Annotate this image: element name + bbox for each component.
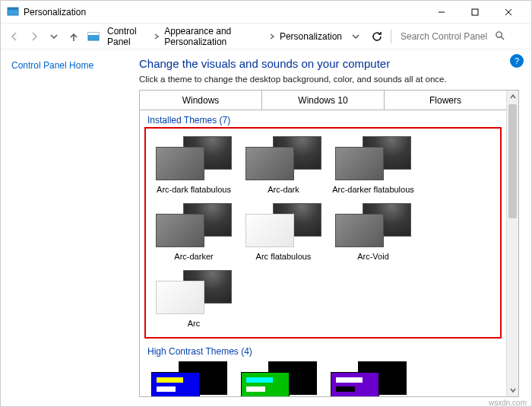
nav-bar: Control Panel Appearance and Personaliza…: [1, 24, 531, 49]
theme-item[interactable]: Arc-Void: [331, 203, 415, 261]
theme-front-image: [156, 281, 204, 314]
theme-item[interactable]: High Contrast #1: [147, 361, 231, 396]
maximize-button[interactable]: [458, 1, 492, 24]
separator: [391, 30, 391, 43]
theme-label: Arc-Void: [331, 252, 415, 261]
theme-thumbnail: [156, 203, 232, 247]
theme-thumbnail: [331, 361, 407, 396]
theme-category-tabs: Windows Windows 10 Flowers: [140, 91, 506, 110]
highlight-box: Arc-dark flatabulousArc-darkArc-darker f…: [144, 127, 502, 339]
theme-item[interactable]: High Contrast #2: [237, 361, 321, 396]
personalization-icon: [7, 6, 19, 18]
theme-front-image: [335, 147, 384, 180]
recent-locations-button[interactable]: [46, 29, 62, 44]
chevron-right-icon: [154, 31, 160, 42]
breadcrumb-item[interactable]: Appearance and Personalization: [163, 24, 266, 49]
theme-item[interactable]: Arc flatabulous: [242, 203, 325, 261]
svg-point-9: [496, 31, 502, 37]
svg-line-10: [501, 37, 504, 40]
theme-thumbnail: [241, 361, 317, 396]
chevron-right-icon: [269, 31, 275, 42]
main-area: ? Control Panel Home Change the visuals …: [1, 49, 531, 407]
theme-item[interactable]: High Contrast Black: [327, 361, 410, 396]
themes-scroll-area: Windows Windows 10 Flowers Installed The…: [140, 91, 506, 396]
theme-label: Arc-dark: [242, 185, 325, 194]
svg-rect-3: [472, 9, 478, 15]
scrollbar-thumb[interactable]: [508, 104, 517, 218]
high-contrast-themes-grid: High Contrast #1High Contrast #2High Con…: [140, 358, 506, 396]
tab-windows[interactable]: Windows: [140, 91, 262, 110]
tab-flowers[interactable]: Flowers: [385, 91, 506, 110]
installed-themes-label: Installed Themes (7): [140, 110, 506, 127]
theme-item[interactable]: Arc-dark flatabulous: [152, 136, 236, 194]
hc-bar: [157, 377, 183, 383]
content-pane: Change the visuals and sounds on your co…: [139, 49, 531, 407]
page-subtext: Click a theme to change the desktop back…: [139, 75, 519, 84]
back-button[interactable]: [7, 29, 22, 44]
themes-panel: Windows Windows 10 Flowers Installed The…: [139, 90, 519, 397]
svg-rect-8: [88, 33, 99, 35]
page-heading: Change the visuals and sounds on your co…: [139, 57, 519, 70]
theme-label: Arc-darker: [152, 252, 236, 261]
theme-item[interactable]: Arc-darker flatabulous: [331, 136, 415, 194]
window-title: Personalization: [24, 7, 86, 17]
search-input[interactable]: [401, 31, 492, 42]
hc-bar: [246, 386, 265, 392]
theme-thumbnail: [151, 361, 227, 396]
breadcrumb-item[interactable]: Control Panel: [106, 24, 150, 49]
svg-rect-1: [8, 8, 18, 10]
control-panel-home-link[interactable]: Control Panel Home: [11, 60, 93, 71]
refresh-button[interactable]: [368, 27, 386, 46]
watermark: wsxdn.com: [489, 399, 527, 407]
theme-thumbnail: [245, 136, 321, 180]
breadcrumb-item[interactable]: Personalization: [278, 30, 344, 43]
address-icon: [86, 29, 101, 44]
theme-front-image: [151, 372, 200, 396]
forward-button[interactable]: [27, 29, 42, 44]
theme-thumbnail: [335, 203, 411, 247]
scroll-down-button[interactable]: [507, 384, 518, 396]
high-contrast-label: High Contrast Themes (4): [140, 342, 506, 358]
theme-front-image: [241, 372, 290, 396]
up-button[interactable]: [66, 29, 81, 44]
theme-item[interactable]: Arc-dark: [242, 136, 325, 194]
tab-windows10[interactable]: Windows 10: [262, 91, 385, 110]
title-bar: Personalization: [1, 1, 531, 24]
theme-front-image: [331, 372, 379, 396]
search-icon[interactable]: [495, 30, 505, 43]
installed-themes-grid: Arc-dark flatabulousArc-darkArc-darker f…: [149, 133, 497, 334]
theme-front-image: [156, 147, 204, 180]
theme-front-image: [156, 214, 204, 247]
address-dropdown-button[interactable]: [348, 29, 363, 44]
sidebar: Control Panel Home: [1, 49, 139, 407]
search-box[interactable]: [396, 28, 525, 45]
theme-thumbnail: [245, 203, 321, 247]
hc-bar: [246, 377, 273, 383]
theme-label: Arc: [152, 319, 236, 328]
theme-thumbnail: [156, 136, 232, 180]
minimize-button[interactable]: [425, 1, 458, 24]
theme-label: Arc-darker flatabulous: [331, 185, 415, 194]
theme-front-image: [245, 147, 294, 180]
theme-thumbnail: [156, 270, 232, 314]
vertical-scrollbar[interactable]: [506, 91, 518, 396]
theme-label: Arc-dark flatabulous: [152, 185, 236, 194]
hc-bar: [336, 377, 363, 383]
scroll-up-button[interactable]: [507, 91, 518, 103]
theme-item[interactable]: Arc: [152, 270, 236, 328]
theme-item[interactable]: Arc-darker: [152, 203, 236, 261]
help-button[interactable]: ?: [510, 54, 524, 68]
hc-bar: [157, 386, 176, 392]
theme-front-image: [245, 214, 294, 247]
theme-front-image: [335, 214, 384, 247]
close-button[interactable]: [492, 1, 525, 24]
theme-label: Arc flatabulous: [242, 252, 325, 261]
theme-thumbnail: [335, 136, 411, 180]
breadcrumb: Control Panel Appearance and Personaliza…: [106, 24, 344, 49]
hc-bar: [336, 386, 355, 392]
